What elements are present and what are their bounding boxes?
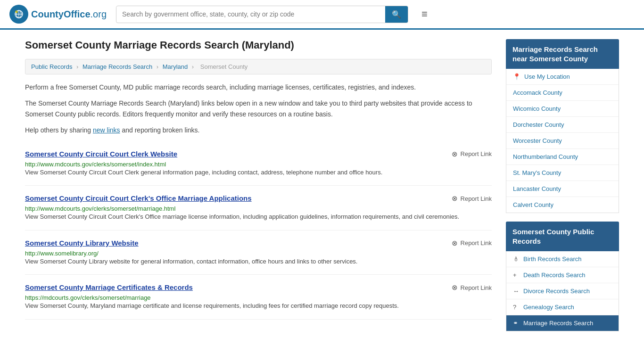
public-record-icon-0: 🕯 [513,255,520,263]
result-title-2[interactable]: Somerset County Library Website [25,239,139,247]
nearby-county-3[interactable]: Worcester County [506,133,619,149]
nearby-county-link-7[interactable]: Calvert County [513,201,553,208]
nearby-county-list: 📍 Use My Location Accomack CountyWicomic… [506,69,619,213]
main-container: Somerset County Marriage Records Search … [16,30,628,341]
breadcrumb-public-records[interactable]: Public Records [31,63,72,70]
public-record-link-2[interactable]: Divorce Records Search [523,288,590,295]
intro-paragraph-1: Perform a free Somerset County, MD publi… [25,82,492,92]
nearby-header: Marriage Records Search near Somerset Co… [506,39,619,69]
public-record-0[interactable]: 🕯 Birth Records Search [506,251,619,267]
result-title-0[interactable]: Somerset County Circuit Court Clerk Webs… [25,150,177,158]
report-icon-1: ⊗ [452,194,458,203]
result-desc-2: View Somerset County Library website for… [25,257,492,266]
public-records-section: Somerset County Public Records 🕯 Birth R… [506,222,619,331]
report-link-0[interactable]: ⊗ Report Link [452,150,492,158]
public-record-icon-1: + [513,272,520,279]
result-item: Somerset County Marriage Certificates & … [25,275,492,320]
nearby-county-5[interactable]: St. Mary's County [506,165,619,181]
search-button[interactable]: 🔍 [385,6,408,23]
public-record-link-0[interactable]: Birth Records Search [523,255,582,263]
public-records-list: 🕯 Birth Records Search + Death Records S… [506,251,619,331]
public-record-icon-4: ⚭ [513,320,520,327]
nearby-county-link-6[interactable]: Lancaster County [513,185,561,192]
result-desc-3: View Somerset County, Maryland marriage … [25,301,492,311]
location-pin-icon: 📍 [513,73,520,80]
use-location-link[interactable]: Use My Location [524,73,570,80]
nearby-county-link-3[interactable]: Worcester County [513,137,562,144]
nearby-county-1[interactable]: Wicomico County [506,101,619,117]
nearby-county-2[interactable]: Dorchester County [506,117,619,133]
public-record-3[interactable]: ? Genealogy Search [506,299,619,315]
search-bar[interactable]: 🔍 [116,6,408,23]
nearby-county-4[interactable]: Northumberland County [506,149,619,165]
sidebar: Marriage Records Search near Somerset Co… [506,39,619,331]
content-area: Somerset County Marriage Records Search … [25,39,492,331]
public-record-icon-3: ? [513,304,520,311]
hamburger-menu[interactable]: ≡ [418,6,431,22]
result-url-2[interactable]: http://www.somelibrary.org/ [25,250,99,257]
result-url-0[interactable]: http://www.mdcourts.gov/clerks/somerset/… [25,161,166,168]
public-record-link-3[interactable]: Genealogy Search [523,304,574,311]
intro-paragraph-3: Help others by sharing new links and rep… [25,125,492,135]
nearby-county-link-4[interactable]: Northumberland County [513,153,578,160]
logo-icon [9,5,28,24]
nearby-section: Marriage Records Search near Somerset Co… [506,39,619,213]
result-title-1[interactable]: Somerset County Circuit Court Clerk's Of… [25,194,252,202]
logo-text: CountyOffice.org [31,9,107,20]
nearby-county-link-0[interactable]: Accomack County [513,89,562,96]
breadcrumb: Public Records › Marriage Records Search… [25,59,492,74]
breadcrumb-marriage-records[interactable]: Marriage Records Search [83,63,152,70]
public-record-2[interactable]: ↔ Divorce Records Search [506,283,619,299]
public-record-link-4[interactable]: Marriage Records Search [523,320,593,327]
result-item: Somerset County Circuit Court Clerk's Of… [25,186,492,230]
nearby-county-link-1[interactable]: Wicomico County [513,105,561,112]
result-item: Somerset County Circuit Court Clerk Webs… [25,141,492,186]
report-link-3[interactable]: ⊗ Report Link [452,283,492,292]
report-link-2[interactable]: ⊗ Report Link [452,239,492,247]
nearby-county-link-2[interactable]: Dorchester County [513,121,564,128]
page-title: Somerset County Marriage Records Search … [25,39,492,51]
public-record-4[interactable]: ⚭ Marriage Records Search [506,315,619,331]
result-desc-0: View Somerset County Circuit Court Clerk… [25,168,492,177]
result-title-3[interactable]: Somerset County Marriage Certificates & … [25,283,193,291]
nearby-county-link-5[interactable]: St. Mary's County [513,169,561,176]
breadcrumb-maryland[interactable]: Maryland [163,63,188,70]
report-icon-2: ⊗ [452,239,458,247]
result-item: Somerset County Library Website ⊗ Report… [25,230,492,275]
result-desc-1: View Somerset County Circuit Court Clerk… [25,212,492,222]
logo-area[interactable]: CountyOffice.org [9,5,107,24]
intro-paragraph-2: The Somerset County Marriage Records Sea… [25,98,492,119]
public-record-link-1[interactable]: Death Records Search [523,272,586,279]
public-records-header: Somerset County Public Records [506,222,619,251]
report-icon-0: ⊗ [452,150,458,158]
nearby-county-0[interactable]: Accomack County [506,85,619,101]
nearby-county-7[interactable]: Calvert County [506,197,619,213]
results-list: Somerset County Circuit Court Clerk Webs… [25,141,492,320]
result-url-1[interactable]: http://www.mdcourts.gov/clerks/somerset/… [25,205,175,212]
search-input[interactable] [116,7,385,22]
new-links-link[interactable]: new links [93,126,120,134]
report-link-1[interactable]: ⊗ Report Link [452,194,492,203]
use-location-item[interactable]: 📍 Use My Location [506,69,619,85]
breadcrumb-current: Somerset County [200,63,248,70]
public-record-1[interactable]: + Death Records Search [506,267,619,283]
public-record-icon-2: ↔ [513,288,520,295]
report-icon-3: ⊗ [452,283,458,292]
result-url-3[interactable]: https://mdcourts.gov/clerks/somerset/mar… [25,294,151,301]
nearby-county-6[interactable]: Lancaster County [506,181,619,197]
site-header: CountyOffice.org 🔍 ≡ [0,0,644,30]
